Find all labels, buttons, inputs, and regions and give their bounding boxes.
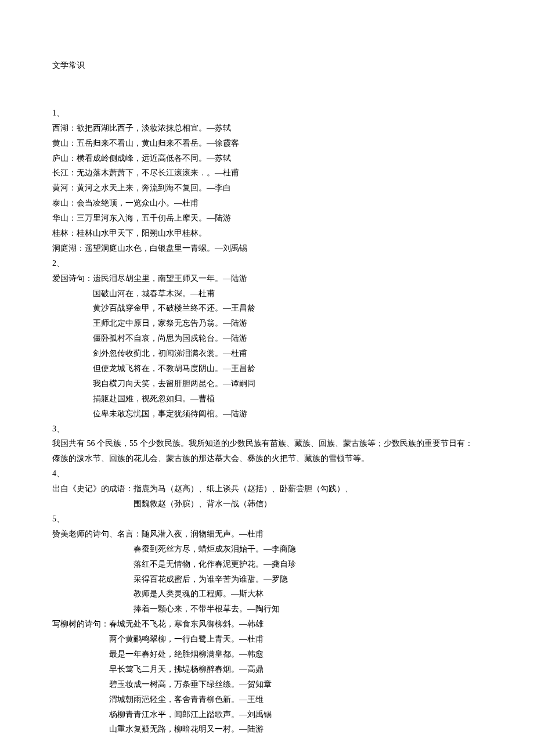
s5-t-line-1: 落红不是无情物，化作春泥更护花。—龚自珍 <box>52 557 482 572</box>
section-2-number: 2、 <box>52 256 482 271</box>
s1-line-2: 庐山：横看成岭侧成峰，远近高低各不同。—苏轼 <box>52 151 482 166</box>
s1-line-3: 长江：无边落木萧萧下，不尽长江滚滚来．。—杜甫 <box>52 165 482 181</box>
s2-line-7: 捐躯赴国难，视死忽如归。—曹植 <box>52 391 482 406</box>
s5-t-line-4: 捧着一颗心来，不带半根草去。—陶行知 <box>52 602 482 617</box>
s5-t-line-0: 春蚕到死丝方尽，蜡炬成灰泪始干。—李商隐 <box>52 542 482 557</box>
s2-line-2: 王师北定中原日，家祭无忘告乃翁。—陆游 <box>52 316 482 331</box>
section-4-number: 4、 <box>52 466 482 481</box>
spacer <box>52 89 482 106</box>
s1-line-0: 西湖：欲把西湖比西子，淡妆浓抹总相宜。—苏轼 <box>52 121 482 136</box>
s5-w-line-3: 碧玉妆成一树高，万条垂下绿丝绦。—贺知章 <box>52 677 482 692</box>
s5-w-line-5: 杨柳青青江水平，闻郎江上踏歌声。—刘禹锡 <box>52 707 482 722</box>
section-5-number: 5、 <box>52 512 482 527</box>
s5-w-line-6: 山重水复疑无路，柳暗花明又一村。—陆游 <box>52 722 482 737</box>
s5-w-line-4: 渭城朝雨浥轻尘，客舍青青柳色新。—王维 <box>52 692 482 707</box>
document-title: 文学常识 <box>52 58 482 73</box>
s5-w-line-0: 两个黄鹂鸣翠柳，一行白鹭上青天。—杜甫 <box>52 632 482 647</box>
s2-line-5: 但使龙城飞将在，不教胡马度阴山。—王昌龄 <box>52 361 482 376</box>
s1-line-1: 黄山：五岳归来不看山，黄山归来不看岳。—徐霞客 <box>52 136 482 151</box>
s5-w-line-1: 最是一年春好处，绝胜烟柳满皇都。—韩愈 <box>52 647 482 662</box>
s1-line-6: 华山：三万里河东入海，五千仞岳上摩天。—陆游 <box>52 211 482 226</box>
section-1-number: 1、 <box>52 106 482 121</box>
s5-willow-lead: 写柳树的诗句：春城无处不飞花，寒食东风御柳斜。—韩雄 <box>52 617 482 632</box>
s1-line-4: 黄河：黄河之水天上来，奔流到海不复回。—李白 <box>52 181 482 196</box>
s1-line-5: 泰山：会当凌绝顶，一览众山小。—杜甫 <box>52 196 482 211</box>
s5-t-line-3: 教师是人类灵魂的工程师。—斯大林 <box>52 586 482 602</box>
s1-line-7: 桂林：桂林山水甲天下，阳朔山水甲桂林。 <box>52 226 482 241</box>
section-3-number: 3、 <box>52 422 482 437</box>
s5-w-line-2: 早长莺飞二月天，拂堤杨柳醉春烟。—高鼎 <box>52 662 482 677</box>
s2-line-3: 僵卧孤村不自哀，尚思为国戍轮台。—陆游 <box>52 331 482 346</box>
s2-line-1: 黄沙百战穿金甲，不破楼兰终不还。—王昌龄 <box>52 301 482 316</box>
s3-line-0: 我国共有 56 个民族，55 个少数民族。我所知道的少数民族有苗族、藏族、回族、… <box>52 436 482 451</box>
s2-lead: 爱国诗句：遗民泪尽胡尘里，南望王师又一年。—陆游 <box>52 271 482 286</box>
s5-teacher-lead: 赞美老师的诗句、名言：随风潜入夜，润物细无声。—杜甫 <box>52 527 482 542</box>
document-page: 文学常识 1、 西湖：欲把西湖比西子，淡妆浓抹总相宜。—苏轼 黄山：五岳归来不看… <box>0 0 534 756</box>
s2-line-0: 国破山河在，城春草木深。—杜甫 <box>52 286 482 301</box>
s2-line-8: 位卑未敢忘忧国，事定犹须待阖棺。—陆游 <box>52 406 482 422</box>
s2-line-4: 剑外忽传收蓟北，初闻涕泪满衣裳。—杜甫 <box>52 346 482 361</box>
s2-line-6: 我自横刀向天笑，去留肝胆两昆仑。—谭嗣同 <box>52 376 482 391</box>
s4-line-0: 围魏救赵（孙膑）、背水一战（韩信） <box>52 496 482 512</box>
s5-t-line-2: 采得百花成蜜后，为谁辛苦为谁甜。—罗隐 <box>52 572 482 587</box>
s3-line-1: 傣族的泼水节、回族的花儿会、蒙古族的那达慕大会、彝族的火把节、藏族的雪顿节等。 <box>52 451 482 466</box>
s1-line-8: 洞庭湖：遥望洞庭山水色，白银盘里一青螺。—刘禹锡 <box>52 241 482 256</box>
s4-lead: 出自《史记》的成语：指鹿为马（赵高）、纸上谈兵（赵括）、卧薪尝胆（勾践）、 <box>52 481 482 496</box>
